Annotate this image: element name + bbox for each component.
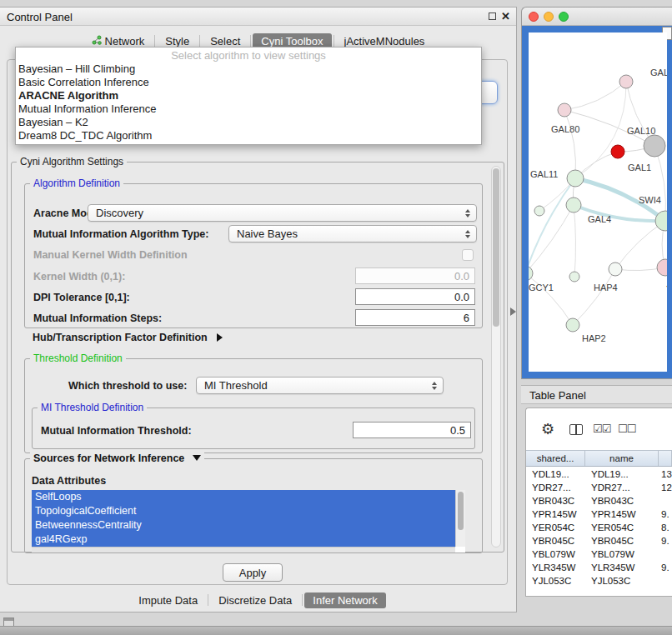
which-threshold-combobox[interactable]: MI Threshold — [196, 377, 444, 394]
deselect-all-icon[interactable]: ☐☐ — [618, 422, 635, 435]
list-vertical-scrollbar[interactable] — [455, 490, 465, 547]
tab-label: jActiveMNodules — [344, 35, 425, 48]
node-label: SWI4 — [639, 195, 661, 205]
aracne-mode-combobox[interactable]: Discovery — [88, 204, 477, 222]
tab-separator — [302, 594, 303, 606]
bottom-tab-infer-network[interactable]: Infer Network — [304, 592, 385, 608]
network-node-hap4[interactable] — [609, 262, 622, 276]
table-row[interactable]: YBR043CYBR043C — [526, 494, 672, 508]
node-label: GCY1 — [529, 282, 554, 292]
close-icon[interactable]: ✕ — [501, 10, 510, 22]
network-edge[interactable] — [615, 221, 665, 269]
table-row[interactable]: YLR345WYLR345W9. — [526, 561, 672, 574]
mi-steps-field[interactable]: 6 — [355, 309, 475, 326]
field-value: 0.0 — [454, 270, 469, 282]
algorithm-option[interactable]: Bayesian – Hill Climbing — [16, 62, 481, 76]
scrollbar-thumb[interactable] — [458, 492, 464, 530]
tab-label: Style — [165, 35, 189, 48]
table-row[interactable]: YJL053CYJL053C — [526, 574, 672, 588]
bottom-tab-impute-data[interactable]: Impute Data — [130, 592, 206, 608]
attribute-item[interactable]: SelfLoops — [32, 490, 455, 504]
network-edge[interactable] — [654, 146, 666, 221]
network-node-hap2[interactable] — [566, 318, 579, 332]
tab-separator — [208, 594, 208, 606]
table-row[interactable]: YBR045CYBR045C9. — [526, 534, 672, 548]
mi-algorithm-type-combobox[interactable]: Naive Bayes — [228, 225, 477, 242]
apply-button[interactable]: Apply — [223, 563, 283, 582]
algorithm-option[interactable]: Dream8 DC_TDC Algorithm — [16, 129, 481, 142]
data-attributes-list: SelfLoopsTopologicalCoefficientBetweenne… — [32, 490, 465, 547]
network-node-y[interactable] — [657, 259, 667, 276]
network-canvas[interactable]: GALGAL80GAL10GAL1GAL11GAL4SWI4HAP4YGCY1H… — [529, 32, 667, 372]
table-row[interactable]: YDL19...YDL19...13 — [526, 468, 672, 481]
settings-scrollbar[interactable] — [491, 166, 501, 548]
network-edge[interactable] — [529, 178, 575, 273]
stepper-icon — [465, 230, 470, 238]
sources-toggle[interactable]: Sources for Network Inference — [30, 452, 204, 464]
which-threshold-label: Which threshold to use: — [68, 380, 187, 392]
network-edge[interactable] — [574, 205, 576, 277]
node-label: GAL1 — [628, 162, 651, 172]
network-node-gal11[interactable] — [567, 170, 584, 187]
node-label: GAL10 — [627, 126, 655, 136]
algorithm-option[interactable]: Basic Correlation Inference — [16, 76, 481, 89]
close-traffic-light-icon[interactable] — [529, 12, 539, 22]
node-label: GAL80 — [551, 124, 579, 134]
tab-separator — [250, 35, 251, 47]
table-cell: YPR145W — [526, 509, 585, 519]
network-node[interactable] — [534, 206, 544, 216]
splitter-collapse-button[interactable] — [510, 308, 516, 316]
table-row[interactable]: YDR27...YDR27...12 — [526, 481, 672, 494]
network-node[interactable] — [569, 272, 579, 282]
tab-separator — [333, 35, 334, 47]
column-header[interactable] — [659, 451, 672, 466]
select-all-icon[interactable]: ☑☑ — [593, 422, 610, 435]
collapse-down-icon — [193, 455, 201, 461]
scrollbar-thumb[interactable] — [493, 168, 499, 327]
table-cell: YBL079W — [526, 549, 585, 559]
attribute-item[interactable]: gal4RGexp — [32, 532, 455, 547]
attribute-item[interactable]: TopologicalCoefficient — [32, 504, 455, 518]
attribute-item[interactable]: BetweennessCentrality — [32, 518, 455, 532]
network-node-gal80[interactable] — [558, 103, 571, 117]
mi-threshold-definition-group: MI Threshold Definition Mutual Informati… — [32, 408, 475, 449]
list-horizontal-scrollbar[interactable] — [32, 547, 455, 552]
table-body: YDL19...YDL19...13YDR27...YDR27...12YBR0… — [526, 468, 672, 596]
table-cell: 13 — [659, 469, 672, 479]
apply-button-label: Apply — [239, 567, 267, 579]
manual-kernel-width-label: Manual Kernel Width Definition — [33, 249, 188, 261]
minimize-traffic-light-icon[interactable] — [544, 12, 554, 22]
kernel-width-field[interactable]: 0.0 — [355, 268, 475, 284]
table-cell: YBR045C — [585, 536, 659, 546]
zoom-traffic-light-icon[interactable] — [559, 12, 569, 22]
algorithm-option[interactable]: Mutual Information Inference — [16, 102, 481, 116]
network-node-gal4[interactable] — [566, 198, 581, 212]
mi-threshold-field[interactable]: 0.5 — [353, 422, 471, 438]
bottom-tab-discretize-data[interactable]: Discretize Data — [210, 592, 300, 608]
network-node-gal[interactable] — [619, 75, 633, 88]
tab-label: Infer Network — [313, 594, 377, 607]
hub-definition-toggle[interactable]: Hub/Transcription Factor Definition — [33, 332, 223, 343]
gear-icon[interactable]: ⚙ — [541, 422, 554, 437]
manual-kernel-width-checkbox[interactable] — [462, 249, 474, 261]
table-row[interactable]: YBL079WYBL079W — [526, 548, 672, 561]
table-row[interactable]: YER054CYER054C8. — [526, 521, 672, 534]
network-edge[interactable] — [564, 110, 576, 178]
table-row[interactable]: YPR145WYPR145W9. — [526, 508, 672, 521]
network-edge[interactable] — [575, 82, 626, 178]
dpi-tolerance-field[interactable]: 0.0 — [355, 288, 475, 305]
expand-right-icon — [217, 333, 223, 342]
table-cell: 12 — [659, 482, 672, 492]
cyni-algorithm-settings-group: Cyni Algorithm Settings Algorithm Defini… — [11, 162, 504, 552]
network-node-gal1[interactable] — [611, 145, 624, 158]
combo-value: Discovery — [96, 207, 143, 219]
network-node-gal10[interactable] — [644, 135, 665, 157]
column-header[interactable]: shared... — [526, 451, 585, 466]
column-layout-icon[interactable] — [569, 424, 583, 435]
network-edge[interactable] — [529, 273, 573, 325]
algorithm-option[interactable]: ARACNE Algorithm — [16, 89, 481, 102]
algorithm-option[interactable]: Bayesian – K2 — [16, 116, 481, 129]
network-edge[interactable] — [564, 82, 626, 110]
column-header[interactable]: name — [585, 451, 659, 466]
float-window-icon[interactable] — [489, 12, 496, 20]
